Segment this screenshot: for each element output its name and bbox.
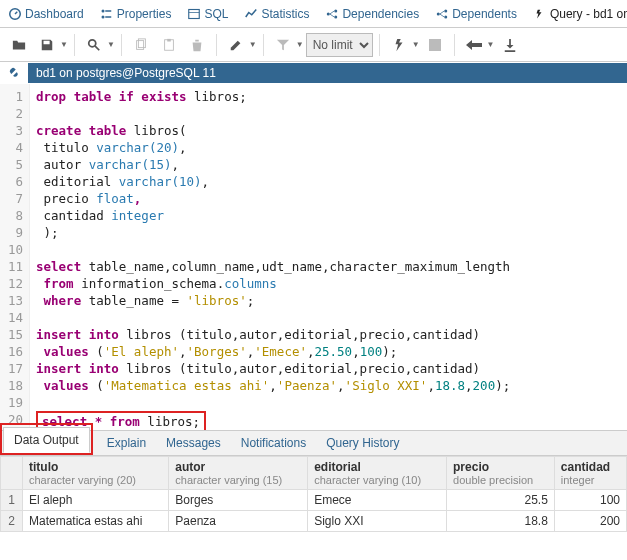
filter-caret[interactable]: ▼ xyxy=(296,40,304,49)
execute-caret[interactable]: ▼ xyxy=(412,40,420,49)
edit-caret[interactable]: ▼ xyxy=(249,40,257,49)
search-button[interactable] xyxy=(81,33,107,57)
svg-rect-5 xyxy=(105,16,111,18)
svg-point-14 xyxy=(444,9,447,12)
svg-rect-3 xyxy=(105,10,111,12)
svg-line-12 xyxy=(330,14,335,17)
delete-button xyxy=(184,33,210,57)
connection-bar: bd1 on postgres@PostgreSQL 11 xyxy=(0,62,627,84)
output-tabs: Data OutputExplainMessagesNotificationsQ… xyxy=(0,430,627,456)
cell[interactable]: El aleph xyxy=(23,490,169,511)
sql-editor[interactable]: 12345678910111213141516171819202122 drop… xyxy=(0,84,627,430)
connection-icon xyxy=(0,66,28,80)
svg-line-1 xyxy=(15,11,17,13)
svg-point-15 xyxy=(444,15,447,18)
col-autor[interactable]: autorcharacter varying (15) xyxy=(169,457,308,490)
output-tab-messages[interactable]: Messages xyxy=(156,431,231,455)
cell[interactable]: Siglo XXI xyxy=(308,511,447,532)
grid-header-row: titulocharacter varying (20)autorcharact… xyxy=(1,457,627,490)
limit-select[interactable]: No limit xyxy=(306,33,373,57)
cell[interactable]: 18.8 xyxy=(447,511,555,532)
svg-point-10 xyxy=(334,15,337,18)
sql-icon xyxy=(187,7,200,20)
properties-icon xyxy=(100,7,113,20)
cell[interactable]: 100 xyxy=(554,490,626,511)
output-tab-data-output[interactable]: Data Output xyxy=(3,427,90,453)
svg-line-11 xyxy=(330,11,335,14)
open-button[interactable] xyxy=(6,33,32,57)
cell[interactable]: Matematica estas ahi xyxy=(23,511,169,532)
explain-caret[interactable]: ▼ xyxy=(487,40,495,49)
svg-line-17 xyxy=(439,14,444,17)
cell[interactable]: 200 xyxy=(554,511,626,532)
svg-rect-6 xyxy=(189,9,200,18)
table-row[interactable]: 1El alephBorgesEmece25.5100 xyxy=(1,490,627,511)
tab-properties[interactable]: Properties xyxy=(92,3,180,25)
connection-label: bd1 on postgres@PostgreSQL 11 xyxy=(28,63,627,83)
col-titulo[interactable]: titulocharacter varying (20) xyxy=(23,457,169,490)
query-toolbar: ▼ ▼ ▼ ▼ No limit ▼ ▼ xyxy=(0,28,627,62)
col-editorial[interactable]: editorialcharacter varying (10) xyxy=(308,457,447,490)
deps-icon xyxy=(435,7,448,20)
execute-button[interactable] xyxy=(386,33,412,57)
stop-button xyxy=(422,33,448,57)
download-button[interactable] xyxy=(497,33,523,57)
svg-point-4 xyxy=(102,15,105,18)
results-grid[interactable]: titulocharacter varying (20)autorcharact… xyxy=(0,456,627,532)
col-cantidad[interactable]: cantidadinteger xyxy=(554,457,626,490)
output-tab-notifications[interactable]: Notifications xyxy=(231,431,316,455)
code-area[interactable]: drop table if exists libros; create tabl… xyxy=(30,84,627,430)
svg-point-2 xyxy=(102,9,105,12)
svg-rect-24 xyxy=(429,39,441,51)
svg-line-19 xyxy=(95,45,99,49)
copy-button xyxy=(128,33,154,57)
svg-line-16 xyxy=(439,11,444,14)
svg-point-8 xyxy=(327,12,330,15)
svg-point-9 xyxy=(334,9,337,12)
cell[interactable]: 25.5 xyxy=(447,490,555,511)
tab-sql[interactable]: SQL xyxy=(179,3,236,25)
edit-button[interactable] xyxy=(223,33,249,57)
col-precio[interactable]: preciodouble precision xyxy=(447,457,555,490)
cell[interactable]: Emece xyxy=(308,490,447,511)
svg-rect-23 xyxy=(167,38,171,41)
dashboard-icon xyxy=(8,7,21,20)
table-row[interactable]: 2Matematica estas ahiPaenzaSiglo XXI18.8… xyxy=(1,511,627,532)
tab-statistics[interactable]: Statistics xyxy=(236,3,317,25)
svg-point-13 xyxy=(436,12,439,15)
tab-query[interactable]: Query - bd1 on postgres@Postg xyxy=(525,3,627,25)
main-tabs: DashboardPropertiesSQLStatisticsDependen… xyxy=(0,0,627,28)
tab-dependents[interactable]: Dependents xyxy=(427,3,525,25)
filter-button xyxy=(270,33,296,57)
bolt-icon xyxy=(533,7,546,20)
svg-point-18 xyxy=(89,39,96,46)
save-caret[interactable]: ▼ xyxy=(60,40,68,49)
line-gutter: 12345678910111213141516171819202122 xyxy=(0,84,30,430)
output-tab-explain[interactable]: Explain xyxy=(97,431,156,455)
stats-icon xyxy=(244,7,257,20)
tab-dependencies[interactable]: Dependencies xyxy=(317,3,427,25)
output-tab-query-history[interactable]: Query History xyxy=(316,431,409,455)
cell[interactable]: Borges xyxy=(169,490,308,511)
deps-icon xyxy=(325,7,338,20)
search-caret[interactable]: ▼ xyxy=(107,40,115,49)
paste-button xyxy=(156,33,182,57)
explain-button[interactable] xyxy=(461,33,487,57)
save-button[interactable] xyxy=(34,33,60,57)
cell[interactable]: Paenza xyxy=(169,511,308,532)
tab-dashboard[interactable]: Dashboard xyxy=(0,3,92,25)
